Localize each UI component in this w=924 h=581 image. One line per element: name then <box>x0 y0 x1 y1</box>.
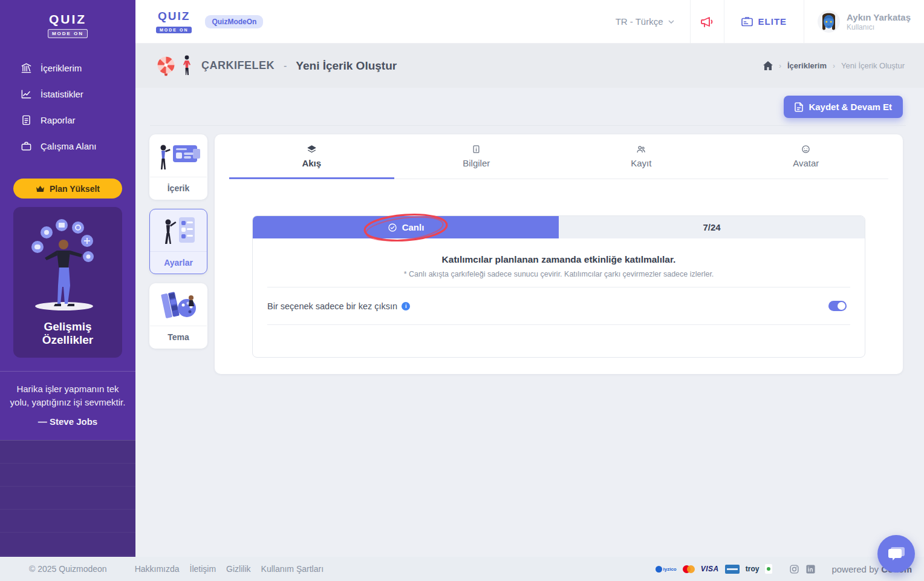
user-avatar <box>818 10 840 33</box>
plan-label: ELITE <box>758 16 787 27</box>
instagram-icon[interactable] <box>789 564 799 574</box>
upgrade-plan-button[interactable]: Plan Yükselt <box>13 179 122 199</box>
plan-badge[interactable]: ELITE <box>724 0 804 43</box>
user-menu[interactable]: Aykın Yarkataş Kullanıcı <box>804 0 924 43</box>
mastercard-logo <box>683 565 695 573</box>
step-selector: İçerik Ayarlar <box>149 134 207 349</box>
footer: © 2025 Quizmodeon Hakkımızda İletişim Gi… <box>0 557 924 581</box>
brand-pill: QuizModeOn <box>205 15 263 28</box>
tab-avatar[interactable]: Avatar <box>724 134 889 179</box>
chat-bubbles-icon <box>887 545 906 563</box>
sidebar-nav: İçeriklerim İstatistikler Raporlar Çalış… <box>0 55 135 159</box>
troy-logo: troy <box>746 565 760 573</box>
breadcrumb-item-current: Yeni İçerik Oluştur <box>841 61 905 70</box>
face-icon <box>801 145 810 154</box>
sidebar-item-iceriklerim[interactable]: İçeriklerim <box>0 55 135 81</box>
payment-methods: iyzico VISA troy <box>656 564 773 574</box>
breadcrumb-chevron: › <box>833 62 835 70</box>
sidebar-item-label: İstatistikler <box>41 89 83 99</box>
save-continue-button[interactable]: Kaydet & Devam Et <box>784 96 903 118</box>
toggle-knob <box>838 302 845 310</box>
main-content: Kaydet & Devam Et İçerik <box>135 88 924 557</box>
promo-title: Gelişmiş Özellikler <box>19 320 116 347</box>
chevron-down-icon <box>668 20 674 24</box>
mode-segmented-control: Canlı 7/24 <box>253 216 865 238</box>
breadcrumb-item-iceriklerim[interactable]: İçeriklerim <box>787 61 827 70</box>
user-role: Kullanıcı <box>847 23 911 31</box>
title-bar: ÇARKIFELEK - Yeni İçerik Oluştur › İçeri… <box>135 44 924 88</box>
header-logo[interactable]: QUIZ MODE ON <box>156 10 192 34</box>
sidebar-item-calisma-alani[interactable]: Çalışma Alanı <box>0 133 135 159</box>
announcements-button[interactable] <box>690 0 724 43</box>
host-figure-icon <box>183 55 191 77</box>
quote-author: — Steve Jobs <box>10 415 126 428</box>
sidebar-item-istatistikler[interactable]: İstatistikler <box>0 81 135 107</box>
mode-live-label: Canlı <box>402 222 425 232</box>
users-icon <box>636 145 646 154</box>
copyright: © 2025 Quizmodeon <box>29 564 107 574</box>
mode-live-option[interactable]: Canlı <box>253 216 559 238</box>
library-icon <box>21 62 32 74</box>
logo-badge: MODE ON <box>48 29 88 38</box>
chat-widget-button[interactable] <box>877 535 915 573</box>
breadcrumb: › İçeriklerim › Yeni İçerik Oluştur <box>763 61 905 70</box>
quote-block: Harika işler yapmanın tek yolu, yaptığın… <box>0 371 135 440</box>
mode-247-option[interactable]: 7/24 <box>559 216 865 238</box>
page-title: Yeni İçerik Oluştur <box>296 59 397 73</box>
tab-label: Bilgiler <box>463 158 490 168</box>
amex-logo <box>725 565 740 574</box>
tabs-bar: Akış Bilgiler Kayıt Avatar <box>229 134 888 179</box>
sidebar-filler <box>0 440 135 557</box>
breadcrumb-chevron: › <box>779 62 781 70</box>
language-label: TR - Türkçe <box>616 16 663 27</box>
check-circle-icon <box>388 223 397 232</box>
theme-illustration <box>150 284 207 326</box>
settings-panel: Akış Bilgiler Kayıt Avatar <box>215 134 903 374</box>
tab-akis[interactable]: Akış <box>229 134 394 179</box>
tab-kayit[interactable]: Kayıt <box>559 134 724 179</box>
linkedin-icon[interactable] <box>805 564 816 574</box>
title-separator: - <box>284 61 287 71</box>
user-name: Aykın Yarkataş <box>847 12 911 23</box>
content-type-label: ÇARKIFELEK <box>201 59 275 72</box>
settings-illustration <box>150 209 207 252</box>
footer-link-hakkimizda[interactable]: Hakkımızda <box>135 564 180 574</box>
info-card-icon <box>472 145 481 154</box>
mode-description-title: Katılımcılar planlanan zamanda etkinliğe… <box>265 254 853 265</box>
sidebar-item-label: Raporlar <box>41 115 76 125</box>
step-card-icerik[interactable]: İçerik <box>149 134 207 200</box>
footer-link-gizlilik[interactable]: Gizlilik <box>226 564 250 574</box>
id-card-icon <box>741 17 753 27</box>
info-icon[interactable]: i <box>402 302 410 310</box>
iyzico-logo: iyzico <box>656 566 677 573</box>
sidebar-item-label: İçeriklerim <box>41 63 82 73</box>
home-icon[interactable] <box>763 61 773 70</box>
sidebar-logo[interactable]: QUIZ MODE ON <box>48 12 88 38</box>
tab-bilgiler[interactable]: Bilgiler <box>394 134 559 179</box>
mode-description-note: * Canlı akışta çarkıfeleği sadece sunucu… <box>265 270 853 278</box>
sidebar: QUIZ MODE ON İçeriklerim İstatistikler R… <box>0 0 135 557</box>
logo-badge: MODE ON <box>156 27 192 33</box>
save-label: Kaydet & Devam Et <box>808 102 892 112</box>
option-toggle[interactable] <box>828 301 847 311</box>
footer-link-kullanim-sartlari[interactable]: Kullanım Şartları <box>261 564 324 574</box>
flow-settings-box: Canlı 7/24 Katılımcılar planlanan zamand… <box>252 215 865 358</box>
advanced-features-card[interactable]: Gelişmiş Özellikler <box>13 207 122 358</box>
row-divider <box>267 324 850 325</box>
footer-link-iletisim[interactable]: İletişim <box>190 564 216 574</box>
sidebar-item-raporlar[interactable]: Raporlar <box>0 107 135 133</box>
megaphone-icon <box>700 15 714 28</box>
logo-text: QUIZ <box>48 12 88 27</box>
tab-label: Avatar <box>793 158 819 168</box>
option-row: Bir seçenek sadece bir kez çıksın i <box>253 287 865 324</box>
step-card-ayarlar[interactable]: Ayarlar <box>149 209 207 274</box>
tab-label: Akış <box>302 158 321 168</box>
top-header: QUIZ MODE ON QuizModeOn TR - Türkçe ELIT… <box>135 0 924 44</box>
step-card-tema[interactable]: Tema <box>149 283 207 349</box>
mode-description: Katılımcılar planlanan zamanda etkinliğe… <box>253 238 865 287</box>
language-selector[interactable]: TR - Türkçe <box>600 0 690 43</box>
chart-icon <box>21 88 32 100</box>
upgrade-label: Plan Yükselt <box>50 184 100 194</box>
quote-text: Harika işler yapmanın tek yolu, yaptığın… <box>10 382 126 409</box>
step-label: İçerik <box>150 177 207 199</box>
